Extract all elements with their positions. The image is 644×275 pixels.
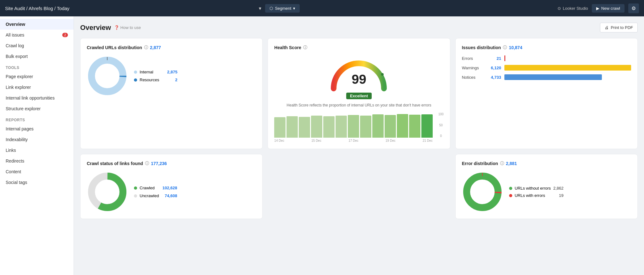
print-icon: 🖨 [605, 25, 609, 30]
topnav: Site Audit / Ahrefs Blog / Today ▾ ⬡ Seg… [0, 0, 644, 16]
legend-urls-without-errors: URLs without errors 2,862 [509, 186, 564, 191]
sidebar-item-link-explorer[interactable]: Link explorer [0, 82, 74, 93]
urls-with-dot [509, 194, 512, 197]
question-icon: ❓ [114, 25, 119, 30]
sidebar-item-links[interactable]: Links [0, 145, 74, 156]
sidebar-item-crawl-log[interactable]: Crawl log [0, 40, 74, 51]
health-score-card: Health Score ⓘ [268, 38, 450, 149]
sidebar-item-redirects[interactable]: Redirects [0, 156, 74, 166]
legend-uncrawled: Uncrawled 74,608 [134, 193, 177, 198]
sparkline-labels: 14 Dec15 Dec17 Dec19 Dec21 Dec [274, 139, 432, 142]
all-issues-badge: 2 [62, 33, 68, 37]
urls-with-value: 19 [559, 193, 564, 198]
sparkline-y-labels: 100500 [438, 112, 444, 138]
resources-value: 2 [162, 77, 177, 82]
main-content: Overview ❓ How to use 🖨 Print to PDF Cra… [74, 16, 644, 275]
crawl-status-legend: Crawled 102,628 Uncrawled 74,608 [134, 186, 177, 198]
error-distribution-total: 2,881 [506, 161, 517, 166]
error-distribution-donut [462, 171, 503, 212]
errors-row: Errors 21 [462, 55, 631, 61]
warnings-bar [504, 65, 631, 71]
cards-grid: Crawled URLs distribution ⓘ 2,877 Intern… [80, 38, 638, 219]
error-distribution-title: Error distribution ⓘ 2,881 [462, 161, 631, 166]
error-distribution-card: Error distribution ⓘ 2,881 URLs wit [455, 154, 638, 219]
sparkline-bars [274, 112, 432, 138]
sparkline-area: 14 Dec15 Dec17 Dec19 Dec21 Dec 100500 [274, 112, 443, 142]
page-title-area: Overview ❓ How to use [80, 24, 141, 32]
crawled-urls-card: Crawled URLs distribution ⓘ 2,877 Intern… [80, 38, 263, 149]
error-dist-legend: URLs without errors 2,862 URLs with erro… [509, 186, 564, 198]
warnings-bar-wrap [504, 65, 631, 71]
segment-dropdown-icon: ▾ [293, 6, 295, 11]
crawled-urls-donut-container: Internal 2,875 Resources 2 [87, 55, 256, 96]
crawl-status-card: Crawl status of links found ⓘ 177,236 Cr… [80, 154, 263, 219]
health-score-container: 99 Excellent Health Score reflects the p… [274, 55, 443, 142]
dropdown-icon: ▾ [259, 5, 261, 11]
internal-value: 2,875 [162, 70, 177, 74]
crawled-urls-legend: Internal 2,875 Resources 2 [134, 70, 177, 82]
issues-distribution-card: Issues distribution ⓘ 10,874 Errors 21 W… [455, 38, 638, 149]
sidebar-item-internal-link-opportunities[interactable]: Internal link opportunities [0, 93, 74, 103]
legend-urls-with-errors: URLs with errors 19 [509, 193, 564, 198]
sidebar-item-structure-explorer[interactable]: Structure explorer [0, 103, 74, 114]
breadcrumb: Site Audit / Ahrefs Blog / Today [5, 6, 255, 11]
looker-studio-button[interactable]: ⊙ Looker Studio [558, 6, 588, 11]
crawl-status-title: Crawl status of links found ⓘ 177,236 [87, 161, 256, 166]
issues-distribution-title: Issues distribution ⓘ 10,874 [462, 45, 631, 50]
sidebar: Overview All issues 2 Crawl log Bulk exp… [0, 16, 74, 275]
resources-dot [134, 78, 137, 82]
segment-icon: ⬡ [269, 6, 273, 11]
new-crawl-button[interactable]: ▶ New crawl [592, 4, 625, 13]
health-score-info-icon[interactable]: ⓘ [303, 45, 307, 50]
sidebar-item-all-issues[interactable]: All issues 2 [0, 30, 74, 40]
segment-button[interactable]: ⬡ Segment ▾ [265, 4, 300, 13]
crawl-status-donut-container: Crawled 102,628 Uncrawled 74,608 [87, 171, 256, 212]
issues-total: 10,874 [509, 45, 522, 50]
sidebar-item-social-tags[interactable]: Social tags [0, 177, 74, 188]
crawled-urls-total: 2,877 [150, 45, 161, 50]
health-desc: Health Score reflects the proportion of … [274, 102, 443, 108]
legend-internal: Internal 2,875 [134, 70, 177, 74]
page-header: Overview ❓ How to use 🖨 Print to PDF [80, 23, 638, 32]
uncrawled-value: 74,608 [161, 193, 177, 198]
urls-without-dot [509, 187, 512, 190]
notices-row: Notices 4,733 [462, 74, 631, 80]
crawled-urls-donut [87, 55, 128, 96]
errors-bar-wrap [504, 55, 631, 61]
how-to-use-link[interactable]: ❓ How to use [114, 25, 141, 30]
svg-point-3 [381, 73, 384, 76]
excellent-badge: Excellent [346, 93, 372, 99]
internal-dot [134, 71, 137, 74]
crawl-status-info-icon[interactable]: ⓘ [145, 161, 149, 166]
sidebar-item-indexability[interactable]: Indexability [0, 134, 74, 145]
sidebar-item-overview[interactable]: Overview [0, 19, 74, 30]
tools-section-header: Tools [0, 62, 74, 71]
warnings-row: Warnings 6,120 [462, 65, 631, 71]
settings-button[interactable]: ⚙ [628, 3, 639, 13]
crawled-urls-info-icon[interactable]: ⓘ [144, 45, 148, 50]
issues-info-icon[interactable]: ⓘ [503, 45, 507, 50]
sidebar-item-page-explorer[interactable]: Page explorer [0, 71, 74, 82]
urls-without-value: 2,862 [553, 186, 564, 191]
crawled-value: 102,628 [161, 186, 177, 190]
page-title: Overview [80, 24, 111, 32]
sidebar-item-content[interactable]: Content [0, 166, 74, 177]
gauge-score: 99 [352, 72, 366, 87]
sidebar-item-bulk-export[interactable]: Bulk export [0, 51, 74, 62]
legend-resources: Resources 2 [134, 77, 177, 82]
svg-point-6 [467, 176, 498, 208]
svg-point-0 [92, 60, 123, 92]
uncrawled-dot [134, 194, 137, 198]
errors-bar [504, 55, 505, 61]
health-score-title: Health Score ⓘ [274, 45, 443, 50]
error-distribution-info-icon[interactable]: ⓘ [500, 161, 504, 166]
error-distribution-donut-container: URLs without errors 2,862 URLs with erro… [462, 171, 631, 212]
crawl-status-total: 177,236 [151, 161, 167, 166]
looker-icon: ⊙ [558, 6, 561, 11]
crawl-status-donut [87, 171, 128, 212]
crawled-dot [134, 186, 137, 190]
print-button[interactable]: 🖨 Print to PDF [600, 23, 638, 32]
play-icon: ▶ [596, 6, 599, 11]
sidebar-item-internal-pages[interactable]: Internal pages [0, 123, 74, 134]
notices-bar [504, 74, 602, 80]
